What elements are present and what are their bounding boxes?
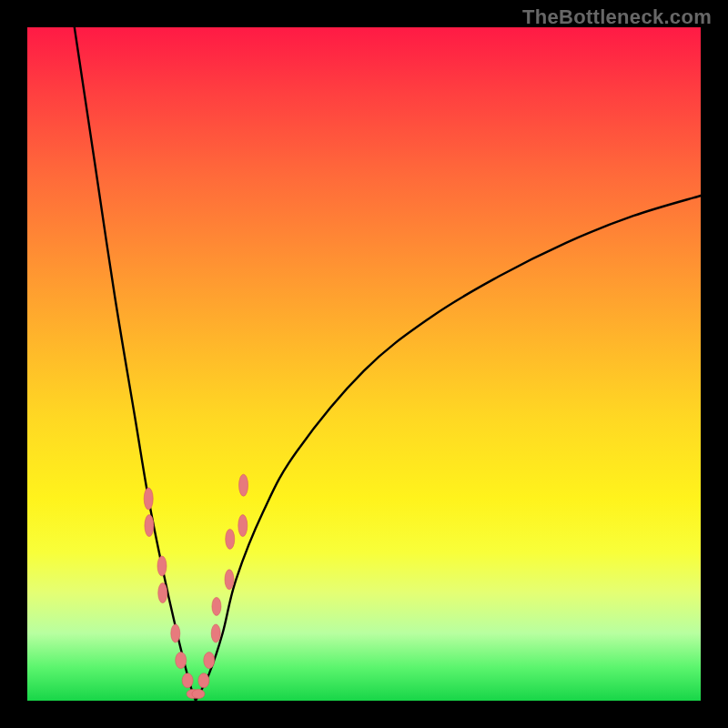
bottleneck-curve xyxy=(75,27,701,701)
watermark-text: TheBottleneck.com xyxy=(522,5,712,29)
marker-point xyxy=(198,673,209,688)
plot-area xyxy=(27,27,701,701)
marker-point xyxy=(238,515,248,537)
marker-point xyxy=(225,570,234,590)
chart-frame: TheBottleneck.com xyxy=(0,0,728,728)
marker-point xyxy=(176,652,187,669)
marker-point xyxy=(144,488,153,510)
marker-point xyxy=(226,529,235,549)
marker-point xyxy=(192,690,205,699)
marker-point xyxy=(157,556,167,576)
curve-left-branch xyxy=(75,27,196,701)
marker-point xyxy=(212,597,221,615)
marker-cluster xyxy=(144,474,248,698)
marker-point xyxy=(182,673,193,688)
marker-point xyxy=(211,624,220,642)
marker-point xyxy=(158,583,167,603)
marker-point xyxy=(239,474,248,496)
curve-right-branch xyxy=(196,196,701,701)
marker-point xyxy=(145,515,154,537)
marker-point xyxy=(171,624,180,642)
marker-point xyxy=(204,652,215,669)
curve-layer xyxy=(27,27,701,701)
